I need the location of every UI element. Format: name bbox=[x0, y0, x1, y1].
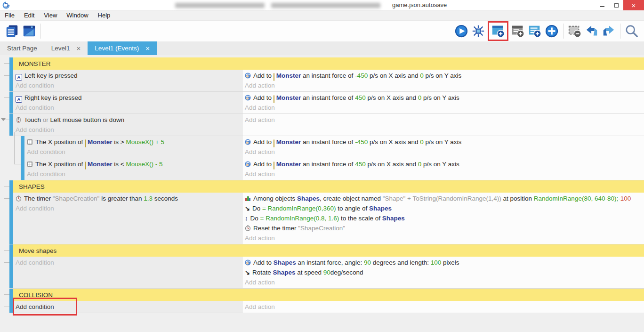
event-group-shapes[interactable]: SHAPES bbox=[9, 180, 644, 193]
add-condition-button[interactable]: Add condition bbox=[16, 81, 242, 90]
tab-start-page[interactable]: Start Page bbox=[0, 41, 44, 55]
conditions-cell[interactable]: Touch or Left mouse button is downAdd co… bbox=[13, 114, 242, 136]
conditions-cell[interactable]: Add condition bbox=[13, 257, 242, 288]
text-segment: p/s on Y axis bbox=[421, 94, 459, 101]
tab-close-icon[interactable]: × bbox=[77, 44, 81, 52]
actions-cell[interactable]: Add to Monster an instant force of -450 … bbox=[242, 136, 644, 158]
object-name: Monster bbox=[276, 138, 301, 146]
conditions-cell[interactable]: The timer "ShapeCreation" is greater tha… bbox=[13, 193, 242, 244]
text-segment: or bbox=[43, 116, 48, 123]
project-manager-icon[interactable] bbox=[5, 24, 20, 39]
menu-item-help[interactable]: Help bbox=[93, 12, 115, 19]
add-action-button[interactable]: Add action bbox=[245, 233, 644, 243]
action-line: ↘Rotate Shapes at speed 90deg/second bbox=[245, 267, 644, 277]
actions-cell[interactable]: Add to Monster an instant force of -450 … bbox=[242, 70, 644, 91]
undo-icon[interactable] bbox=[584, 24, 599, 39]
conditions-cell[interactable]: Add condition bbox=[13, 301, 242, 313]
event-group-bar bbox=[9, 244, 13, 257]
monster-object-icon bbox=[274, 95, 274, 103]
maximize-icon bbox=[614, 3, 619, 8]
tab-close-icon[interactable]: × bbox=[145, 44, 150, 52]
conditions-cell[interactable]: ALeft key is pressedAdd condition bbox=[13, 70, 242, 91]
event-row[interactable]: ARight key is pressedAdd conditionAdd to… bbox=[9, 92, 644, 114]
actions-cell[interactable]: Add to Monster an instant force of 450 p… bbox=[242, 158, 644, 180]
event-row[interactable]: ALeft key is pressedAdd conditionAdd to … bbox=[9, 70, 644, 92]
close-icon: × bbox=[632, 1, 636, 9]
event-group-move-shapes[interactable]: Move shapes bbox=[9, 244, 644, 257]
action-line: ↕Do = RandomInRange(0.8, 1.6) to the sca… bbox=[245, 213, 644, 223]
text-segment: Add to bbox=[253, 161, 274, 168]
conditions-cell[interactable]: ARight key is pressedAdd condition bbox=[13, 92, 242, 113]
add-condition-button[interactable]: Add condition bbox=[16, 203, 242, 213]
add-condition-button[interactable]: Add condition bbox=[16, 125, 242, 135]
action-line: Among objects Shapes, create object name… bbox=[245, 194, 644, 203]
actions-cell[interactable]: Add to Shapes an instant force, angle: 9… bbox=[242, 257, 644, 288]
object-name: Shapes bbox=[382, 215, 405, 222]
event-row[interactable]: Add conditionAdd action bbox=[9, 301, 644, 313]
play-icon[interactable] bbox=[454, 24, 469, 39]
text-segment: -450 bbox=[355, 138, 368, 146]
add-action-button[interactable]: Add action bbox=[245, 169, 644, 179]
tab-level1[interactable]: Level1× bbox=[44, 41, 88, 55]
add-condition-button[interactable]: Add condition bbox=[16, 103, 242, 113]
text-segment: The X position of bbox=[35, 138, 85, 146]
add-comment-icon[interactable] bbox=[510, 24, 525, 39]
event-group-monster[interactable]: MONSTER bbox=[9, 57, 644, 70]
event-row[interactable]: The X position of Monster is > MouseX() … bbox=[21, 136, 644, 158]
event-row[interactable]: The X position of Monster is < MouseX() … bbox=[21, 158, 644, 180]
event-group-bar bbox=[9, 57, 13, 70]
actions-cell[interactable]: Add to Monster an instant force of 450 p… bbox=[242, 92, 644, 113]
conditions-cell[interactable]: The X position of Monster is > MouseX() … bbox=[24, 136, 242, 158]
add-condition-button[interactable]: Add condition bbox=[16, 258, 242, 267]
add-condition-button[interactable]: Add condition bbox=[27, 169, 242, 179]
collapse-arrow-icon[interactable] bbox=[1, 118, 6, 121]
action-line: Add to Monster an instant force of -450 … bbox=[245, 137, 644, 147]
text-segment: pixels bbox=[441, 259, 459, 266]
monster-object-icon bbox=[274, 139, 274, 147]
add-action-button[interactable]: Add action bbox=[245, 147, 644, 157]
search-icon[interactable] bbox=[624, 24, 639, 39]
menu-item-window[interactable]: Window bbox=[62, 12, 93, 19]
conditions-cell[interactable]: The X position of Monster is < MouseX() … bbox=[24, 158, 242, 180]
add-condition-button[interactable]: Add condition bbox=[27, 147, 242, 157]
debug-icon[interactable] bbox=[471, 24, 486, 39]
menu-item-edit[interactable]: Edit bbox=[19, 12, 39, 19]
add-action-button[interactable]: Add action bbox=[245, 302, 644, 312]
minimize-button[interactable] bbox=[595, 0, 609, 10]
redo-icon[interactable] bbox=[601, 24, 616, 39]
text-segment: p/s on Y axis bbox=[424, 72, 462, 79]
actions-cell[interactable]: Add action bbox=[242, 114, 644, 136]
add-action-button[interactable]: Add action bbox=[245, 103, 644, 113]
event-row[interactable]: Add conditionAdd to Shapes an instant fo… bbox=[9, 257, 644, 289]
maximize-button[interactable] bbox=[609, 0, 623, 10]
text-segment: at position bbox=[501, 195, 534, 202]
actions-cell[interactable]: Add action bbox=[242, 301, 644, 313]
add-other-event-icon[interactable] bbox=[544, 24, 559, 39]
events-sheet: MONSTERALeft key is pressedAdd condition… bbox=[0, 55, 644, 332]
condition-line: The X position of Monster is > MouseX() … bbox=[27, 137, 242, 147]
toolbar-separator bbox=[620, 24, 620, 39]
start-page-icon[interactable] bbox=[22, 24, 37, 39]
tab-level1-events-[interactable]: Level1 (Events)× bbox=[88, 41, 157, 55]
add-condition-button[interactable]: Add condition bbox=[16, 302, 242, 312]
menu-item-view[interactable]: View bbox=[39, 12, 62, 19]
event-group-collision[interactable]: COLLISION bbox=[9, 289, 644, 301]
menu-item-file[interactable]: File bbox=[0, 12, 19, 19]
text-segment: Add to bbox=[253, 259, 274, 266]
delete-event-icon[interactable] bbox=[567, 24, 582, 39]
toolbar bbox=[0, 21, 644, 41]
text-segment: 450 bbox=[355, 94, 366, 101]
add-subevent-icon[interactable] bbox=[527, 24, 542, 39]
event-row[interactable]: Touch or Left mouse button is downAdd co… bbox=[9, 114, 644, 136]
close-button[interactable]: × bbox=[623, 0, 644, 10]
monster-object-icon bbox=[274, 73, 274, 81]
toolbar-separator bbox=[40, 24, 41, 39]
actions-cell[interactable]: Among objects Shapes, create object name… bbox=[242, 193, 644, 244]
text-segment: Reset the timer bbox=[253, 225, 298, 232]
add-action-button[interactable]: Add action bbox=[245, 277, 644, 287]
add-event-icon[interactable] bbox=[491, 24, 506, 39]
add-action-button[interactable]: Add action bbox=[245, 81, 644, 90]
add-action-button[interactable]: Add action bbox=[245, 115, 644, 125]
monster-object-icon bbox=[85, 139, 86, 147]
event-row[interactable]: The timer "ShapeCreation" is greater tha… bbox=[9, 193, 644, 244]
